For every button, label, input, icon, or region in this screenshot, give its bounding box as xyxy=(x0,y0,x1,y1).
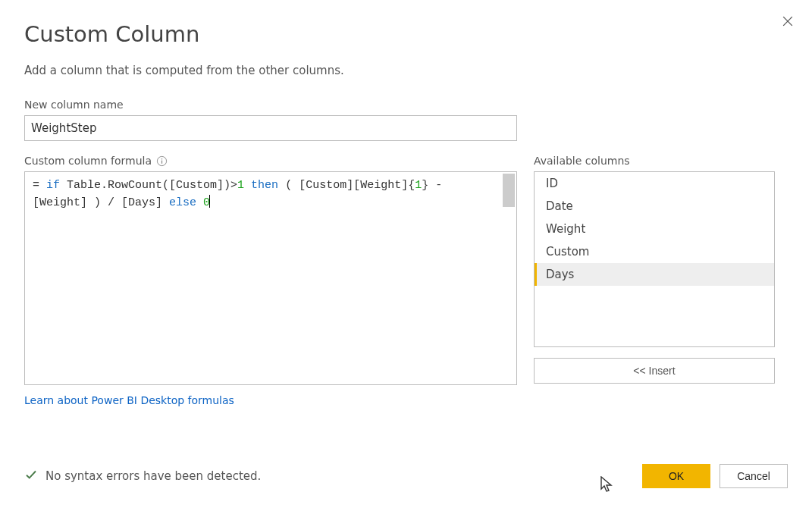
cancel-button[interactable]: Cancel xyxy=(720,464,788,488)
syntax-status: No syntax errors have been detected. xyxy=(24,468,261,484)
dialog-title: Custom Column xyxy=(24,21,788,47)
available-columns-label: Available columns xyxy=(534,155,775,167)
new-column-name-label: New column name xyxy=(24,99,788,111)
available-column-item[interactable]: Date xyxy=(535,195,774,218)
available-column-item[interactable]: Custom xyxy=(535,240,774,263)
svg-point-3 xyxy=(161,158,163,159)
new-column-name-input[interactable] xyxy=(24,115,517,141)
info-icon[interactable] xyxy=(156,155,168,167)
formula-label-text: Custom column formula xyxy=(24,155,152,167)
available-column-item[interactable]: Weight xyxy=(535,218,774,240)
ok-button[interactable]: OK xyxy=(642,464,710,488)
dialog-subtitle: Add a column that is computed from the o… xyxy=(24,64,788,77)
formula-editor[interactable]: = if Table.RowCount([Custom])>1 then ( [… xyxy=(24,171,517,385)
available-column-item[interactable]: Days xyxy=(535,263,774,286)
syntax-status-text: No syntax errors have been detected. xyxy=(45,469,261,483)
insert-button[interactable]: << Insert xyxy=(534,358,775,384)
available-columns-list[interactable]: IDDateWeightCustomDays xyxy=(534,171,775,347)
available-column-item[interactable]: ID xyxy=(535,172,774,195)
formula-label: Custom column formula xyxy=(24,155,517,167)
checkmark-icon xyxy=(24,468,38,484)
learn-formulas-link[interactable]: Learn about Power BI Desktop formulas xyxy=(24,394,234,406)
close-icon[interactable] xyxy=(780,14,795,29)
text-caret xyxy=(209,195,210,208)
scrollbar-thumb[interactable] xyxy=(503,174,515,207)
